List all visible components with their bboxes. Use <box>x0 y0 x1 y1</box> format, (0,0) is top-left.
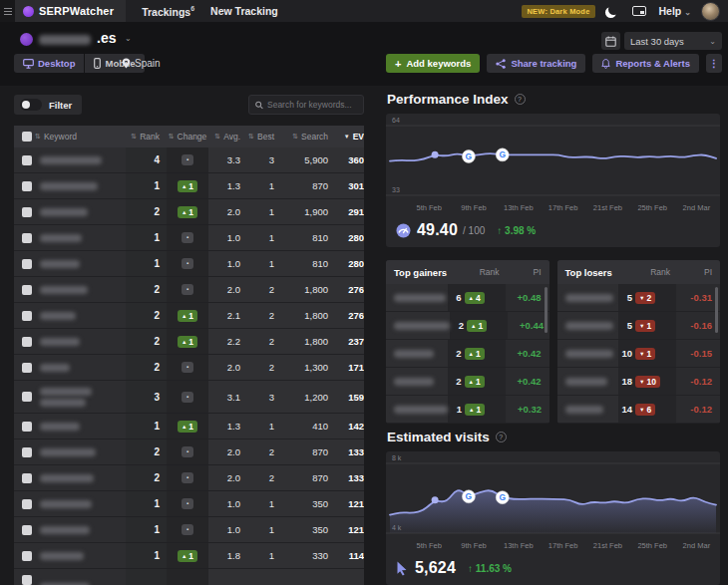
row-checkbox[interactable] <box>22 525 32 535</box>
filter-switch[interactable] <box>20 99 42 111</box>
table-row[interactable]: 1▲11.31410142 <box>14 414 364 439</box>
table-row[interactable]: 2▲12.121,800276 <box>14 303 364 329</box>
app-brand[interactable]: SERPWatcher <box>15 0 126 22</box>
row-checkbox[interactable] <box>22 575 32 585</box>
tab-desktop[interactable]: Desktop <box>14 54 84 73</box>
table-row[interactable]: 1▪1.01810280 <box>14 225 364 251</box>
user-avatar[interactable] <box>701 2 720 21</box>
more-options-button[interactable]: ⋮ <box>706 54 722 73</box>
col-change[interactable]: ⇅ Change <box>167 126 208 147</box>
domain-suffix[interactable]: .es <box>97 30 116 46</box>
avg-value: 1.0 <box>208 258 240 269</box>
table-row[interactable]: 2▪2.02870133 <box>14 439 364 465</box>
row-checkbox[interactable] <box>22 447 32 457</box>
table-row[interactable]: 2▪2.021,800276 <box>14 277 364 303</box>
col-search[interactable]: ⇅Search <box>274 132 328 142</box>
list-item[interactable]: 14▼6-0.12 <box>557 396 721 424</box>
table-row[interactable]: 1▲11.31870301 <box>14 173 364 199</box>
row-checkbox[interactable] <box>22 285 32 295</box>
row-checkbox[interactable] <box>22 422 32 432</box>
row-checkbox[interactable] <box>22 311 32 321</box>
change-cell: ▲1 <box>167 329 208 354</box>
change-value: 1 <box>188 423 193 431</box>
change-value: 1 <box>188 182 193 190</box>
reports-alerts-button[interactable]: Reports & Alerts <box>592 54 699 73</box>
keyword-redacted <box>40 500 92 508</box>
rank-value: 14 <box>618 404 632 415</box>
nav-trackings[interactable]: Trackings6 <box>142 5 194 18</box>
list-item[interactable]: 2▲1+0.42 <box>386 340 549 368</box>
keyword-redacted <box>40 338 80 346</box>
row-checkbox[interactable] <box>22 207 32 217</box>
row-checkbox[interactable] <box>22 392 32 402</box>
table-row[interactable]: 2▲12.011,900291 <box>14 199 364 225</box>
ev-value: 237 <box>328 336 364 347</box>
change-badge-down: ▼10 <box>635 376 660 388</box>
dot-icon: ▪ <box>186 448 188 455</box>
change-cell: ▪ <box>167 439 208 464</box>
row-checkbox[interactable] <box>22 233 32 243</box>
col-keyword[interactable]: Keyword <box>44 132 77 142</box>
table-row[interactable]: 2▪2.021,300171 <box>14 355 364 381</box>
table-row[interactable]: 1▪1.01350121 <box>14 491 364 517</box>
browser-extension-icon[interactable] <box>632 6 646 16</box>
desktop-icon <box>23 59 34 69</box>
filter-toggle-button[interactable]: Filter <box>14 95 82 115</box>
dot-icon: ▪ <box>186 260 188 267</box>
table-row[interactable]: 1▪1.01810280 <box>14 251 364 277</box>
list-item[interactable]: 1▲1+0.32 <box>386 396 549 424</box>
table-row[interactable]: 2▪2.02870133 <box>14 465 364 491</box>
row-checkbox[interactable] <box>22 551 32 561</box>
col-avg[interactable]: ⇅Avg. <box>208 132 240 142</box>
scrollbar-thumb[interactable] <box>545 287 547 333</box>
row-checkbox[interactable] <box>22 155 32 165</box>
rank-value: 5 <box>618 292 632 303</box>
table-row[interactable]: 4▪3.335,900360 <box>14 147 364 173</box>
row-checkbox[interactable] <box>22 473 32 483</box>
pi-change-value: +0.42 <box>506 340 549 367</box>
change-badge-none: ▪ <box>182 232 193 243</box>
row-checkbox[interactable] <box>22 259 32 269</box>
list-item[interactable]: 6▲4+0.48 <box>386 284 549 312</box>
avg-value: 2.1 <box>208 310 240 321</box>
list-item[interactable]: 5▼1-0.16 <box>557 312 721 340</box>
help-question-icon[interactable]: ? <box>515 94 526 105</box>
add-keywords-button[interactable]: + Add keywords <box>386 54 480 73</box>
row-checkbox[interactable] <box>22 363 32 373</box>
calendar-button[interactable] <box>601 32 620 50</box>
table-row[interactable]: 3▪3.131,200159 <box>14 381 364 414</box>
col-ev-sorted[interactable]: ▼EV <box>328 132 364 142</box>
list-item[interactable]: 5▼2-0.31 <box>557 284 721 312</box>
scrollbar-thumb[interactable] <box>715 287 718 333</box>
table-row[interactable]: 1▲11.81330114 <box>14 543 364 569</box>
col-rank[interactable]: ⇅ Rank <box>126 126 167 147</box>
change-cell: ▲1 <box>167 199 208 224</box>
moon-dark-mode-icon[interactable] <box>608 4 619 15</box>
search-volume: 870 <box>274 472 328 483</box>
hamburger-menu-icon[interactable] <box>0 0 15 22</box>
row-checkbox[interactable] <box>22 181 32 191</box>
estimated-visits-chart: 8 k4 k5th Feb9th Feb13th Feb17th Feb21st… <box>386 451 720 555</box>
table-row[interactable]: 2▲12.221,800237 <box>14 329 364 355</box>
table-row[interactable]: 1▪1.01350121 <box>14 517 364 543</box>
date-range-select[interactable]: Last 30 days ⌄ <box>624 32 722 50</box>
help-menu[interactable]: Help⌄ <box>659 5 691 17</box>
share-tracking-button[interactable]: Share tracking <box>487 54 585 73</box>
row-checkbox[interactable] <box>22 337 32 347</box>
list-item[interactable]: 18▼10-0.12 <box>557 368 721 396</box>
help-question-icon[interactable]: ? <box>496 432 507 442</box>
nav-new-tracking[interactable]: New Tracking <box>210 5 278 17</box>
list-item[interactable]: 2▲1+0.44 <box>386 312 549 340</box>
select-all-checkbox[interactable] <box>22 132 32 142</box>
search-input[interactable] <box>267 100 357 110</box>
metrics-cell: 2.021,300171 <box>208 355 364 380</box>
list-item[interactable]: 10▼1-0.15 <box>557 340 721 368</box>
ev-value: 301 <box>328 180 364 191</box>
col-best[interactable]: ⇅Best <box>240 132 274 142</box>
list-item[interactable]: 2▲1+0.42 <box>386 368 549 396</box>
ev-value: 360 <box>328 154 364 165</box>
row-checkbox[interactable] <box>22 499 32 509</box>
rank-cell: 14▼6 <box>618 396 676 423</box>
chevron-down-icon[interactable]: ⌄ <box>125 34 132 43</box>
search-icon <box>255 101 263 110</box>
